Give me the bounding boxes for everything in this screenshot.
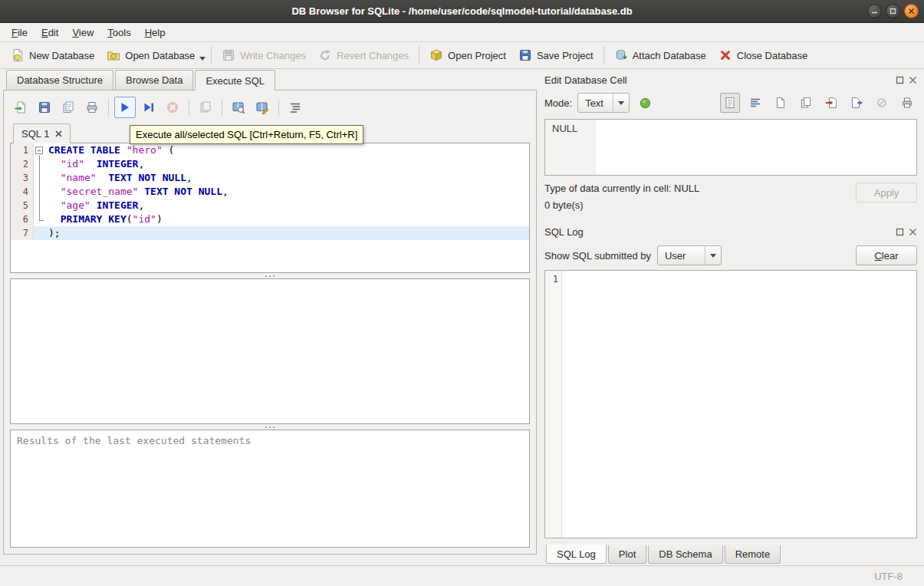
chevron-down-icon xyxy=(705,246,721,265)
new-database-button[interactable]: New Database xyxy=(5,44,100,66)
menu-view[interactable]: View xyxy=(65,25,100,41)
execute-sql-button[interactable] xyxy=(114,97,136,118)
tab-browse-data[interactable]: Browse Data xyxy=(115,70,193,90)
save-results-icon xyxy=(199,100,212,114)
format-sql-button[interactable] xyxy=(284,97,306,118)
open-database-label: Open Database xyxy=(125,50,195,61)
sql-toolbar-separator xyxy=(108,99,109,116)
float-dock-icon[interactable] xyxy=(896,76,904,84)
tab-plot[interactable]: Plot xyxy=(608,545,646,564)
sql-1-tab[interactable]: SQL 1 xyxy=(13,123,71,143)
import-button[interactable] xyxy=(821,93,841,113)
close-icon[interactable] xyxy=(904,4,919,18)
open-project-label: Open Project xyxy=(448,50,506,61)
log-filter-value: User xyxy=(665,250,705,262)
sql-toolbar-separator xyxy=(189,99,189,116)
close-tab-icon[interactable] xyxy=(55,130,62,137)
tab-label: Execute SQL xyxy=(206,75,265,87)
edit-cell-header: Edit Database Cell xyxy=(544,71,917,89)
cell-value: NULL xyxy=(545,120,596,175)
stop-execution-button xyxy=(162,97,183,118)
cell-size-info: 0 byte(s) xyxy=(544,199,856,211)
text-lines-button[interactable] xyxy=(745,93,765,113)
cell-editor[interactable]: NULL xyxy=(544,119,917,176)
sql-toolbar xyxy=(10,94,530,121)
maximize-icon[interactable] xyxy=(886,4,900,18)
open-project-icon xyxy=(429,48,443,62)
page-button[interactable] xyxy=(771,93,791,113)
tab-execute-sql[interactable]: Execute SQL xyxy=(195,70,275,91)
write-changes-button: Write Changes xyxy=(215,44,312,66)
close-database-button[interactable]: Close Database xyxy=(712,44,814,66)
sql-log-controls: Show SQL submitted by User Clear xyxy=(544,241,917,270)
tab-label: Database Structure xyxy=(17,74,103,86)
copy-icon xyxy=(800,97,812,109)
format-cell-button[interactable] xyxy=(635,93,656,113)
sql-toolbar-separator xyxy=(222,99,222,116)
execute-sql-icon xyxy=(118,100,132,114)
document-view-button[interactable] xyxy=(720,93,740,113)
close-dock-icon[interactable] xyxy=(909,228,917,236)
close-dock-icon[interactable] xyxy=(909,76,917,84)
sql-tab-label: SQL 1 xyxy=(21,128,49,140)
import-icon xyxy=(825,97,837,109)
tab-remote[interactable]: Remote xyxy=(725,545,781,564)
menubar: File Edit View Tools Help xyxy=(0,23,924,41)
tab-db-schema[interactable]: DB Schema xyxy=(648,545,722,564)
find-replace-button[interactable] xyxy=(252,97,273,118)
export-icon xyxy=(850,97,863,109)
save-sql-file-button[interactable] xyxy=(34,97,55,118)
open-project-button[interactable]: Open Project xyxy=(423,44,512,66)
float-dock-icon[interactable] xyxy=(896,228,904,236)
tab-database-structure[interactable]: Database Structure xyxy=(6,70,113,90)
execute-current-line-button[interactable] xyxy=(138,97,159,118)
sql-log-pane[interactable]: 1 xyxy=(544,270,917,538)
splitter-results-messages[interactable] xyxy=(10,424,530,430)
sql-editor-lines: 1CREATE TABLE "hero" (2 "id" INTEGER,3 "… xyxy=(11,143,529,240)
messages-pane[interactable]: Results of the last executed statements xyxy=(10,430,530,548)
log-filter-label: Show SQL submitted by xyxy=(544,250,651,262)
sql-editor[interactable]: 1CREATE TABLE "hero" (2 "id" INTEGER,3 "… xyxy=(10,143,530,273)
toolbar-separator xyxy=(211,46,212,64)
minimize-icon[interactable] xyxy=(867,4,882,18)
attach-database-button[interactable]: Attach Database xyxy=(608,44,712,66)
edit-cell-title: Edit Database Cell xyxy=(544,74,896,86)
menu-tools[interactable]: Tools xyxy=(100,25,137,41)
mode-label: Mode: xyxy=(544,97,572,109)
find-icon xyxy=(232,100,245,114)
export-button[interactable] xyxy=(847,93,866,113)
tab-sql-log[interactable]: SQL Log xyxy=(546,545,607,564)
text-lines-icon xyxy=(749,97,761,109)
save-results-button xyxy=(195,97,216,118)
save-project-button[interactable]: Save Project xyxy=(512,44,600,66)
execute-current-line-icon xyxy=(142,100,156,114)
splitter-editor-results[interactable] xyxy=(10,273,530,278)
print-sql-button[interactable] xyxy=(81,97,103,118)
results-grid-pane[interactable] xyxy=(10,278,530,424)
write-changes-icon xyxy=(222,48,235,62)
log-filter-combobox[interactable]: User xyxy=(657,245,722,265)
tab-label: Plot xyxy=(619,548,636,560)
cell-type-info: Type of data currently in cell: NULL xyxy=(544,183,856,194)
mode-value: Text xyxy=(585,97,613,109)
open-database-dropdown[interactable] xyxy=(198,47,207,64)
edit-cell-controls: Mode: Text xyxy=(544,89,917,117)
revert-changes-icon xyxy=(318,48,332,62)
clear-log-button[interactable]: Clear xyxy=(856,245,917,265)
attach-database-label: Attach Database xyxy=(633,50,706,61)
menu-file[interactable]: File xyxy=(5,25,35,41)
print-cell-button[interactable] xyxy=(897,93,917,113)
save-sql-as-button[interactable] xyxy=(58,97,79,118)
open-database-button[interactable]: Open Database xyxy=(100,44,201,66)
chevron-down-icon xyxy=(613,94,629,112)
menu-help[interactable]: Help xyxy=(138,25,173,41)
menu-edit[interactable]: Edit xyxy=(35,25,65,41)
copy-button[interactable] xyxy=(796,93,816,113)
toolbar-separator xyxy=(419,46,419,64)
find-button[interactable] xyxy=(228,97,249,118)
open-sql-file-button[interactable] xyxy=(10,97,31,118)
mode-combobox[interactable]: Text xyxy=(577,93,630,113)
new-database-label: New Database xyxy=(29,50,94,61)
right-pane: Edit Database Cell Mode: Text xyxy=(537,69,924,565)
save-project-icon xyxy=(518,48,532,62)
